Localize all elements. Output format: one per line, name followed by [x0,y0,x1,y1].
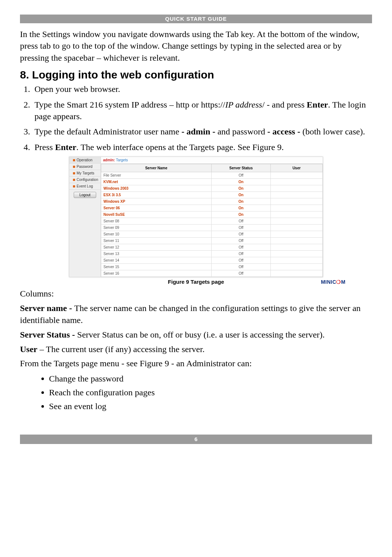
sidebar-item-label: Password [77,165,93,169]
table-row[interactable]: Server 11Off [101,238,323,244]
sidebar-item-label: Configuration [77,178,98,182]
table-row[interactable]: Server 15Off [101,264,323,270]
menu-intro: From the Targets page menu - see Figure … [20,358,372,370]
marker-icon [73,159,75,161]
col-server-name: Server Name [101,164,212,172]
step-3-text-c: and password [215,127,267,136]
cell-server-name: ESX 3i 3.5 [101,192,212,198]
step-2-text-a: Type the Smart 216 system IP address – h… [34,100,225,109]
marker-icon [73,179,75,181]
cell-server-status: Off [212,231,271,238]
admin-action-3: See an event log [49,400,372,413]
cell-server-name: Server 13 [101,251,212,257]
sidebar-item-configuration[interactable]: Configuration [69,177,101,183]
cell-server-status: On [212,211,271,218]
cell-server-name: Server 09 [101,225,212,231]
figure-9: Operation Password My Targets Configurat… [69,157,323,285]
marker-icon [73,166,75,168]
cell-user [271,257,323,264]
step-4-text-a: Press [34,142,55,152]
cell-server-name: Server 11 [101,238,212,244]
table-row[interactable]: KVM.netOn [101,179,323,185]
step-4-enter: Enter [55,142,77,152]
table-row[interactable]: Server 09Off [101,225,323,231]
cell-server-name: Server 16 [101,270,212,277]
step-4-text-c: . The web interface opens at the Targets… [76,142,283,152]
cell-server-name: Server 15 [101,264,212,270]
step-3: Type the default Administrator user name… [32,126,372,137]
col-user: User [271,164,323,172]
cell-server-status: Off [212,251,271,257]
cell-server-name: Server 10 [101,231,212,238]
cell-user [271,251,323,257]
sidebar: Operation Password My Targets Configurat… [69,157,101,277]
step-2-enter: Enter [307,100,328,109]
cell-user [271,231,323,238]
step-3-admin: - admin - [181,127,215,136]
table-row[interactable]: Server 16Off [101,270,323,277]
step-3-text-e: (both lower case). [300,127,365,136]
sidebar-item-label: Operation [77,158,93,162]
explain-server-status: Server Status - Server Status can be on,… [20,329,372,341]
targets-app: Operation Password My Targets Configurat… [69,157,323,277]
cell-server-status: Off [212,264,271,270]
cell-server-name: Windows XP [101,198,212,205]
cell-server-name: KVM.net [101,179,212,185]
cell-server-name: Server 06 [101,205,212,211]
breadcrumb-page: Targets [116,158,128,162]
table-row[interactable]: Novell SuSEOn [101,211,323,218]
cell-user [271,185,323,192]
marker-icon [73,172,75,174]
sidebar-item-event-log[interactable]: Event Log [69,183,101,190]
breadcrumb-user: admin: [103,158,115,162]
table-row[interactable]: Server 12Off [101,244,323,251]
cell-server-status: On [212,179,271,185]
figure-caption: Figure 9 Targets page [69,279,323,285]
table-row[interactable]: Server 08Off [101,218,323,225]
minicom-logo: MINIC❍M [321,279,346,285]
table-row[interactable]: ESX 3i 3.5On [101,192,323,198]
table-row[interactable]: Server 13Off [101,251,323,257]
step-1: Open your web browser. [32,83,372,95]
explain-server-status-t: Server Status can be on, off or busy (i.… [77,330,325,339]
logo-text-b: M [341,279,346,285]
breadcrumb: admin: Targets [101,157,323,164]
steps-list: Open your web browser. Type the Smart 21… [20,83,372,153]
logout-button[interactable]: Logout [74,192,96,198]
sidebar-item-label: My Targets [77,171,94,175]
marker-icon [73,185,75,187]
explain-server-name: Server name - The server name can be cha… [20,302,372,327]
page-footer: 6 [20,435,372,444]
cell-server-status: On [212,192,271,198]
table-row[interactable]: Server 10Off [101,231,323,238]
cell-user [271,218,323,225]
sidebar-item-operation[interactable]: Operation [69,157,101,164]
cell-user [271,211,323,218]
cell-server-status: Off [212,257,271,264]
cell-server-name: Server 12 [101,244,212,251]
table-row[interactable]: Server 14Off [101,257,323,264]
cell-user [271,238,323,244]
cell-user [271,270,323,277]
explain-user: User – The current user (if any) accessi… [20,343,372,356]
cell-server-status: On [212,185,271,192]
table-row[interactable]: Windows 2003On [101,185,323,192]
main-panel: admin: Targets Server Name Server Status… [101,157,323,277]
table-row[interactable]: Server 06On [101,205,323,211]
cell-server-status: On [212,205,271,211]
step-2: Type the Smart 216 system IP address – h… [32,99,372,122]
explain-server-name-b: Server name - [20,303,74,313]
section-title: 8. Logging into the web configuration [20,69,372,81]
logo-swirl-icon: ❍ [336,279,341,285]
table-row[interactable]: File ServerOff [101,172,323,179]
cell-user [271,244,323,251]
sidebar-item-my-targets[interactable]: My Targets [69,170,101,177]
sidebar-item-password[interactable]: Password [69,164,101,170]
cell-server-status: Off [212,238,271,244]
explain-user-t: – The current user (if any) accessing th… [37,344,205,354]
explain-user-b: User [20,344,37,354]
step-2-text-c: / - and press [262,100,307,109]
cell-server-status: Off [212,244,271,251]
cell-server-status: Off [212,270,271,277]
table-row[interactable]: Windows XPOn [101,198,323,205]
